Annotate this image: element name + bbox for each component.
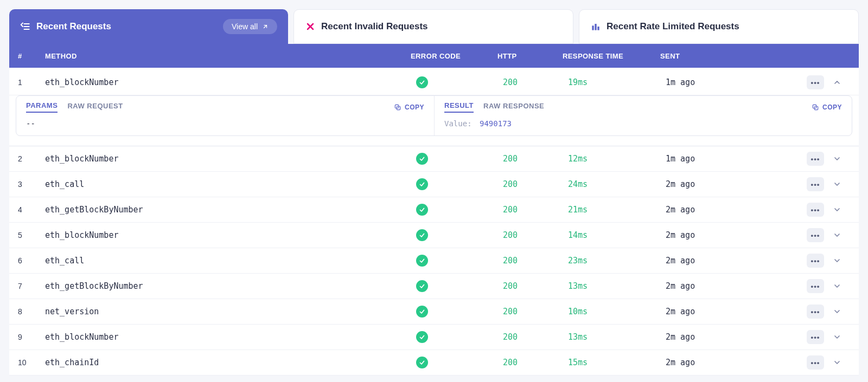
row-sent: 2m ago bbox=[666, 230, 807, 240]
chevron-down-icon[interactable] bbox=[828, 330, 846, 344]
copy-label: COPY bbox=[822, 103, 842, 111]
svg-line-3 bbox=[264, 25, 267, 28]
tab-invalid-requests[interactable]: Recent Invalid Requests bbox=[293, 9, 573, 44]
row-sent: 2m ago bbox=[666, 205, 807, 215]
row-actions-button[interactable]: ••• bbox=[807, 279, 824, 293]
row-http: 200 bbox=[503, 230, 568, 240]
table-row[interactable]: 9eth_blockNumber20013ms2m ago••• bbox=[9, 325, 859, 350]
row-index: 6 bbox=[18, 256, 45, 265]
row-actions-button[interactable]: ••• bbox=[807, 177, 824, 191]
row-index: 8 bbox=[18, 307, 45, 316]
row-error bbox=[416, 178, 503, 190]
response-panel: RESULTRAW RESPONSECOPYValue: 9490173 bbox=[434, 96, 852, 135]
success-check-icon bbox=[416, 153, 428, 165]
svg-rect-8 bbox=[597, 27, 599, 30]
chevron-down-icon[interactable] bbox=[828, 305, 846, 319]
view-all-label: View all bbox=[232, 22, 258, 31]
col-response-time: RESPONSE TIME bbox=[563, 52, 660, 60]
chevron-down-icon[interactable] bbox=[828, 279, 846, 293]
row-error bbox=[416, 357, 503, 368]
request-panel: PARAMSRAW REQUESTCOPY-- bbox=[16, 96, 434, 135]
row-error bbox=[416, 76, 503, 88]
result-body: Value: 9490173 bbox=[444, 119, 842, 128]
row-sent: 2m ago bbox=[666, 307, 807, 316]
row-actions-button[interactable]: ••• bbox=[807, 330, 824, 344]
tab-label: Recent Requests bbox=[36, 21, 111, 32]
row-method: net_version bbox=[45, 307, 416, 316]
row-method: eth_call bbox=[45, 179, 416, 189]
result-label: Value: bbox=[444, 119, 472, 128]
tab-label: Recent Invalid Requests bbox=[321, 21, 428, 32]
chevron-down-icon[interactable] bbox=[828, 203, 846, 217]
table-row[interactable]: 5eth_blockNumber20014ms2m ago••• bbox=[9, 223, 859, 248]
table-row[interactable]: 6eth_call20023ms2m ago••• bbox=[9, 248, 859, 274]
row-method: eth_getBlockByNumber bbox=[45, 281, 416, 291]
row-response-time: 21ms bbox=[568, 205, 666, 215]
row-http: 200 bbox=[503, 77, 568, 87]
row-http: 200 bbox=[503, 256, 568, 266]
row-sent: 1m ago bbox=[666, 77, 807, 87]
row-actions-button[interactable]: ••• bbox=[807, 203, 824, 217]
row-response-time: 13ms bbox=[568, 332, 666, 342]
row-error bbox=[416, 331, 503, 343]
row-error bbox=[416, 204, 503, 216]
row-actions-button[interactable]: ••• bbox=[807, 355, 824, 370]
row-index: 3 bbox=[18, 180, 45, 189]
tab-recent-requests[interactable]: Recent Requests View all bbox=[9, 9, 288, 44]
row-http: 200 bbox=[503, 358, 568, 367]
row-actions-button[interactable]: ••• bbox=[807, 228, 824, 242]
row-sent: 2m ago bbox=[666, 256, 807, 266]
chevron-down-icon[interactable] bbox=[828, 355, 846, 370]
col-method: METHOD bbox=[45, 52, 411, 60]
row-method: eth_getBlockByNumber bbox=[45, 205, 416, 215]
row-sent: 2m ago bbox=[666, 332, 807, 342]
subtab-result[interactable]: RESULT bbox=[444, 101, 474, 113]
invalid-icon bbox=[305, 21, 316, 32]
table-row[interactable]: 3eth_call20024ms2m ago••• bbox=[9, 172, 859, 197]
row-sent: 2m ago bbox=[666, 179, 807, 189]
row-response-time: 23ms bbox=[568, 256, 666, 266]
table-row[interactable]: 4eth_getBlockByNumber20021ms2m ago••• bbox=[9, 197, 859, 223]
row-actions-button[interactable]: ••• bbox=[807, 254, 824, 268]
copy-button[interactable]: COPY bbox=[812, 103, 842, 111]
row-error bbox=[416, 229, 503, 241]
row-http: 200 bbox=[503, 154, 568, 164]
row-actions-button[interactable]: ••• bbox=[807, 75, 824, 89]
table-row[interactable]: 2eth_blockNumber20012ms1m ago••• bbox=[9, 146, 859, 172]
chevron-down-icon[interactable] bbox=[828, 152, 846, 166]
copy-button[interactable]: COPY bbox=[394, 103, 424, 111]
rate-limited-icon bbox=[590, 21, 601, 32]
copy-icon bbox=[812, 103, 819, 111]
row-response-time: 10ms bbox=[568, 307, 666, 316]
table-row[interactable]: 10eth_chainId20015ms2m ago••• bbox=[9, 350, 859, 375]
row-error bbox=[416, 280, 503, 292]
subtab-raw-response[interactable]: RAW RESPONSE bbox=[483, 102, 544, 112]
row-response-time: 15ms bbox=[568, 358, 666, 367]
row-response-time: 19ms bbox=[568, 77, 666, 87]
chevron-down-icon[interactable] bbox=[828, 254, 846, 268]
row-http: 200 bbox=[503, 205, 568, 215]
row-method: eth_call bbox=[45, 256, 416, 266]
table-row[interactable]: 8net_version20010ms2m ago••• bbox=[9, 299, 859, 325]
copy-label: COPY bbox=[405, 103, 424, 111]
row-sent: 2m ago bbox=[666, 358, 807, 367]
row-index: 4 bbox=[18, 205, 45, 214]
row-response-time: 12ms bbox=[568, 154, 666, 164]
row-index: 10 bbox=[18, 358, 45, 367]
table-row[interactable]: 7eth_getBlockByNumber20013ms2m ago••• bbox=[9, 274, 859, 299]
row-actions-button[interactable]: ••• bbox=[807, 152, 824, 166]
expanded-panel: PARAMSRAW REQUESTCOPY--RESULTRAW RESPONS… bbox=[16, 95, 852, 136]
chevron-down-icon[interactable] bbox=[828, 177, 846, 191]
chevron-down-icon[interactable] bbox=[828, 228, 846, 242]
subtab-params[interactable]: PARAMS bbox=[26, 101, 58, 113]
row-error bbox=[416, 153, 503, 165]
view-all-button[interactable]: View all bbox=[223, 19, 277, 34]
subtab-raw-request[interactable]: RAW REQUEST bbox=[67, 102, 123, 112]
tab-rate-limited-requests[interactable]: Recent Rate Limited Requests bbox=[579, 9, 859, 44]
row-actions-button[interactable]: ••• bbox=[807, 305, 824, 319]
chevron-up-icon[interactable] bbox=[828, 75, 846, 89]
row-error bbox=[416, 255, 503, 267]
success-check-icon bbox=[416, 357, 428, 368]
requests-icon bbox=[20, 21, 31, 32]
table-row[interactable]: 1eth_blockNumber20019ms1m ago••• bbox=[9, 70, 859, 95]
